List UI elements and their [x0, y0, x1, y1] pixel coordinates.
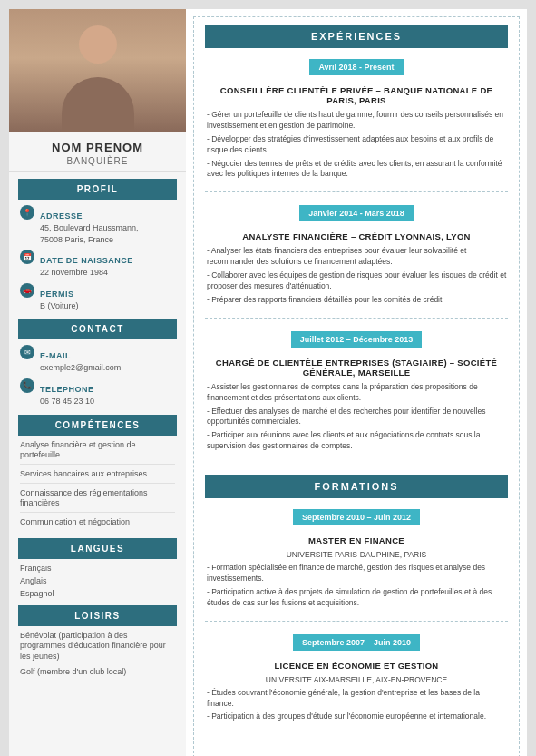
person-body	[62, 77, 134, 132]
experience-block: Avril 2018 - PrésentCONSEILLÈRE CLIENTÈL…	[205, 57, 508, 192]
langues-section: FrançaisAnglaisEspagnol	[9, 564, 186, 598]
photo-placeholder	[9, 9, 186, 132]
exp-bullet: - Collaborer avec les équipes de gestion…	[205, 270, 508, 292]
formations-container: Septembre 2010 – Juin 2012MASTER EN FINA…	[205, 507, 508, 734]
formation-title: LICENCE EN ÉCONOMIE ET GESTION	[205, 661, 508, 671]
language-item: Espagnol	[20, 589, 175, 598]
exp-bullet: - Développer des stratégies d'investisse…	[205, 134, 508, 156]
experiences-container: Avril 2018 - PrésentCONSEILLÈRE CLIENTÈL…	[205, 57, 508, 464]
formation-subtitle: UNIVERSITE PARIS-DAUPHINE, PARIS	[205, 550, 508, 559]
permis-content: PERMIS B (Voiture)	[40, 282, 79, 312]
formation-block: Septembre 2010 – Juin 2012MASTER EN FINA…	[205, 507, 508, 622]
person-silhouette	[9, 9, 186, 132]
exp-title: CONSEILLÈRE CLIENTÈLE PRIVÉE – BANQUE NA…	[205, 85, 508, 105]
photo-area	[9, 9, 186, 132]
formation-period-badge: Septembre 2010 – Juin 2012	[293, 509, 420, 525]
dob-label: DATE DE NAISSANCE	[40, 256, 133, 265]
period-badge: Avril 2018 - Présent	[309, 59, 403, 75]
profil-header: PROFIL	[18, 179, 177, 200]
exp-bullet: - Participer aux réunions avec les clien…	[205, 430, 508, 452]
contact-header: CONTACT	[18, 319, 177, 339]
name-area: NOM PRENOM BANQUIÈRE	[9, 132, 186, 172]
period-badge: Juillet 2012 – Décembre 2013	[291, 331, 423, 348]
person-head	[79, 25, 117, 64]
address-label: ADRESSE	[40, 211, 139, 221]
dob-content: DATE DE NAISSANCE 22 novembre 1984	[40, 249, 133, 279]
skill-item: Analyse financière et gestion de portefe…	[20, 440, 175, 465]
formation-period-badge: Septembre 2007 – Juin 2010	[293, 634, 420, 651]
email-content: E-MAIL exemple2@gmail.com	[40, 344, 121, 374]
formation-bullet: - Formation spécialisée en finance de ma…	[205, 563, 508, 584]
exp-bullet: - Analyser les états financiers des entr…	[205, 246, 508, 268]
loisirs-section: Bénévolat (participation à des programme…	[9, 631, 186, 678]
skill-item: Connaissance des réglementations financi…	[20, 488, 175, 513]
period-badge: Janvier 2014 - Mars 2018	[299, 205, 414, 221]
job-title: BANQUIÈRE	[16, 156, 179, 166]
formation-bullet: - Participation active à des projets de …	[205, 587, 508, 609]
car-icon: 🚗	[20, 283, 34, 298]
experiences-header: EXPÉRIENCES	[205, 25, 508, 48]
address-row: 📍 ADRESSE 45, Boulevard Haussmann,75008 …	[20, 204, 175, 245]
langues-header: LANGUES	[18, 538, 177, 559]
exp-bullet: - Préparer des rapports financiers détai…	[205, 295, 508, 306]
formation-block: Septembre 2007 – Juin 2010LICENCE EN ÉCO…	[205, 633, 508, 735]
right-column: EXPÉRIENCES Avril 2018 - PrésentCONSEILL…	[193, 16, 520, 756]
formations-header: FORMATIONS	[205, 475, 508, 498]
formation-bullet: - Participation à des groupes d'étude su…	[205, 712, 508, 722]
exp-title: ANALYSTE FINANCIÈRE – CRÉDIT LYONNAIS, L…	[205, 231, 508, 241]
left-column: NOM PRENOM BANQUIÈRE PROFIL 📍 ADRESSE 45…	[9, 9, 186, 756]
exp-bullet: - Négocier des termes de prêts et de cré…	[205, 159, 508, 181]
permis-label: PERMIS	[40, 290, 79, 299]
permis-value: B (Voiture)	[40, 300, 79, 312]
formation-subtitle: UNIVERSITE AIX-MARSEILLE, AIX-EN-PROVENC…	[205, 675, 508, 684]
email-label: E-MAIL	[40, 351, 121, 360]
exp-bullet: - Gérer un portefeuille de clients haut …	[205, 110, 508, 132]
email-value: exemple2@gmail.com	[40, 362, 121, 374]
phone-icon: 📞	[20, 378, 34, 393]
location-icon: 📍	[20, 205, 34, 220]
exp-title: CHARGÉ DE CLIENTÈLE ENTREPRISES (STAGIAI…	[205, 358, 508, 378]
permis-row: 🚗 PERMIS B (Voiture)	[20, 282, 175, 312]
phone-row: 📞 TELEPHONE 06 78 45 23 10	[20, 378, 175, 407]
hobby-item: Bénévolat (participation à des programme…	[20, 631, 175, 663]
dob-row: 📅 DATE DE NAISSANCE 22 novembre 1984	[20, 249, 175, 279]
profil-section: 📍 ADRESSE 45, Boulevard Haussmann,75008 …	[9, 204, 186, 311]
phone-value: 06 78 45 23 10	[40, 396, 94, 407]
dob-value: 22 novembre 1984	[40, 267, 133, 279]
experience-block: Juillet 2012 – Décembre 2013CHARGÉ DE CL…	[205, 329, 508, 464]
full-name: NOM PRENOM	[16, 141, 179, 154]
skill-item: Services bancaires aux entreprises	[20, 469, 175, 484]
formation-title: MASTER EN FINANCE	[205, 535, 508, 545]
phone-content: TELEPHONE 06 78 45 23 10	[40, 378, 94, 407]
contact-section: ✉ E-MAIL exemple2@gmail.com 📞 TELEPHONE …	[9, 344, 186, 407]
exp-bullet: - Assister les gestionnaires de comptes …	[205, 382, 508, 404]
exp-bullet: - Effectuer des analyses de marché et de…	[205, 407, 508, 428]
loisirs-header: LOISIRS	[18, 605, 177, 626]
email-row: ✉ E-MAIL exemple2@gmail.com	[20, 344, 175, 374]
hobby-item: Golf (membre d'un club local)	[20, 667, 175, 678]
calendar-icon: 📅	[20, 250, 34, 264]
language-item: Français	[20, 564, 175, 573]
address-content: ADRESSE 45, Boulevard Haussmann,75008 Pa…	[40, 204, 139, 245]
skill-item: Communication et négociation	[20, 517, 175, 531]
address-value: 45, Boulevard Haussmann,75008 Paris, Fra…	[40, 222, 139, 245]
competences-section: Analyse financière et gestion de portefe…	[9, 440, 186, 531]
email-icon: ✉	[20, 345, 34, 359]
competences-header: COMPÉTENCES	[18, 415, 177, 436]
resume-container: NOM PRENOM BANQUIÈRE PROFIL 📍 ADRESSE 45…	[9, 9, 527, 756]
language-item: Anglais	[20, 576, 175, 585]
formation-bullet: - Études couvrant l'économie générale, l…	[205, 688, 508, 710]
experience-block: Janvier 2014 - Mars 2018ANALYSTE FINANCI…	[205, 203, 508, 318]
phone-label: TELEPHONE	[40, 385, 94, 394]
